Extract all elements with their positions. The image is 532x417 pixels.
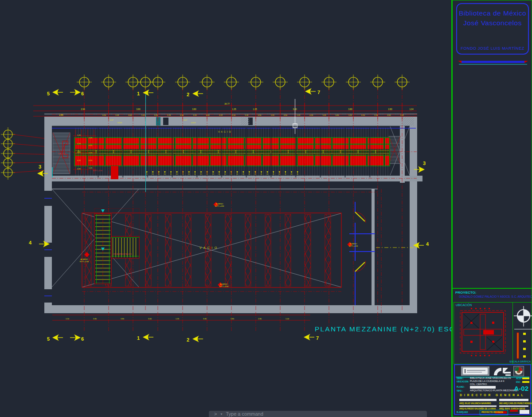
drawing-canvas[interactable]: 34.77 2.94 3.80 3.80 1.35 1.35 3.80 3.80… (0, 0, 451, 417)
svg-text:0.10: 0.10 (309, 114, 313, 116)
ubicacion-value-1: PLAZA DE LA CIUDADELA # 4 (470, 380, 504, 382)
svg-text:0.85: 0.85 (77, 168, 81, 170)
command-input[interactable]: Type a command (226, 411, 263, 417)
dim: 1.35 (232, 108, 236, 110)
divider (512, 303, 513, 364)
dim: 1.04 (410, 108, 414, 110)
command-bar[interactable]: > ▾ Type a command (209, 411, 427, 417)
svg-text:1.13: 1.13 (141, 114, 145, 116)
director-heading: DIRECTOR GENERAL (455, 393, 530, 397)
signature-line (499, 399, 528, 401)
svg-text:0.10: 0.10 (336, 114, 340, 116)
firma-2: ING ARQ CARLOS PEREZ RODEA (499, 402, 532, 405)
ubicacion-section: UBICACIÓN (454, 302, 532, 364)
svg-text:1.45: 1.45 (89, 167, 93, 169)
svg-text:4: 4 (426, 241, 429, 247)
escala-grafica-label: ESCALA GRÁFICA (510, 360, 531, 363)
svg-text:3.60: 3.60 (148, 318, 152, 320)
dim: 0.013 (117, 122, 122, 124)
dim: 2.94 (81, 108, 85, 110)
tipo-label: TIPO : (457, 390, 463, 392)
dim: 3.80 (348, 108, 352, 110)
obra-value: BIBLIOTECA JOSÉ VASCONCELOS (470, 377, 511, 379)
svg-text:1.13: 1.13 (297, 114, 301, 116)
title-block: OBRA : BIBLIOTECA JOSÉ VASCONCELOS UBICA… (454, 364, 531, 415)
svg-text:1.13: 1.13 (115, 114, 119, 116)
north-arrow-icon (513, 304, 532, 332)
conaculta-wordmark (463, 368, 488, 374)
sheet-title-line1: Biblioteca de México (457, 8, 528, 18)
conaculta-icon (492, 366, 512, 376)
svg-text:3: 3 (423, 161, 426, 166)
svg-text:0.10: 0.10 (284, 114, 288, 116)
dim: 3.80 (192, 108, 196, 110)
institution-logo (461, 366, 489, 376)
sheet-number: A-02 (514, 385, 528, 392)
svg-text:1.13: 1.13 (167, 114, 171, 116)
stair-label: ESCALERA DETALLE 5 (113, 253, 132, 255)
svg-text:5: 5 (47, 336, 50, 342)
sheet-subtitle: FONDO JOSÉ LUIS MARTÍNEZ (457, 46, 528, 51)
dropdown-caret-icon[interactable]: ▾ (220, 412, 222, 416)
svg-text:N.P.T.+4.84: N.P.T.+4.84 (80, 260, 89, 263)
divider (453, 288, 532, 289)
dim: 2.86 (59, 114, 63, 116)
esc-label: ESC : (516, 381, 521, 383)
svg-text:6: 6 (81, 336, 84, 342)
dim: 2.80 (388, 108, 392, 110)
sheet-title-box: Biblioteca de México José Vasconcelos FO… (456, 3, 529, 55)
svg-text:4: 4 (29, 240, 32, 245)
stamp-bar (510, 410, 518, 412)
svg-text:0.10: 0.10 (232, 114, 236, 116)
signature-line (459, 405, 497, 407)
svg-text:7: 7 (316, 335, 319, 341)
svg-text:N.P.T.+4.84: N.P.T.+4.84 (215, 205, 224, 207)
svg-text:1.10: 1.10 (77, 142, 81, 145)
stairs: ESCALERA DETALLE 5 (94, 208, 139, 287)
dim: 1.35 (253, 108, 257, 110)
svg-text:1: 1 (137, 335, 140, 341)
dim: 0.07 (184, 119, 188, 121)
svg-text:1.13: 1.13 (271, 114, 275, 116)
plano-value-box (470, 386, 496, 389)
revision-stamp: PROYECTO REVISION (480, 410, 508, 415)
svg-text:2: 2 (187, 92, 189, 97)
svg-text:N.P.T.+2.70: N.P.T.+2.70 (93, 169, 102, 172)
dim: 3.80 (137, 108, 141, 110)
dim: 0.07 (110, 119, 114, 121)
decorative-line (459, 64, 527, 65)
sheet-code: R-ARQ-002 (457, 411, 468, 413)
svg-text:0.10: 0.10 (361, 114, 365, 116)
signature-line (459, 399, 497, 401)
acot-value-box (522, 378, 529, 379)
stamp-text: PROYECTO REVISION (481, 411, 503, 413)
svg-text:VACIO: VACIO (58, 153, 66, 155)
obra-label: OBRA : (457, 378, 464, 380)
proyecto-value: GONZALO GÓMEZ PALACIO Y ASOCS. S.C. ARQU… (459, 295, 532, 298)
svg-text:1: 1 (137, 91, 140, 96)
prompt-chevron-icon: > (214, 411, 217, 417)
signature-line (499, 405, 528, 407)
svg-text:1.13: 1.13 (400, 114, 404, 116)
svg-text:1.50: 1.50 (66, 318, 70, 320)
decorative-bar (462, 61, 524, 63)
ubicacion-label: UBICACION: (457, 381, 469, 383)
svg-text:3.80: 3.80 (121, 318, 125, 320)
svg-text:N.P.T.+4.84: N.P.T.+4.84 (219, 285, 229, 287)
ubicacion-value-2: COL. CENTRO (470, 383, 487, 386)
svg-text:1.04: 1.04 (286, 318, 289, 320)
svg-text:N.P.T.+4.84: N.P.T.+4.84 (349, 245, 358, 247)
svg-text:0.90: 0.90 (89, 159, 93, 161)
svg-text:1.45: 1.45 (77, 134, 81, 136)
dim: 0.013 (191, 122, 196, 124)
plan-title: PLANTA MEZZANINE (N+2.70) ESC:1:50 (315, 325, 451, 333)
ubicacion-label: UBICACIÓN (456, 303, 472, 307)
blank-box (520, 410, 529, 414)
svg-text:0.10: 0.10 (180, 114, 184, 116)
svg-text:1.13: 1.13 (374, 114, 378, 116)
svg-text:3: 3 (39, 164, 41, 169)
svg-text:5: 5 (47, 91, 50, 96)
proyecto-label: PROYECTO: (455, 291, 476, 295)
svg-text:0.10: 0.10 (129, 114, 133, 116)
svg-text:1.10: 1.10 (89, 152, 93, 154)
